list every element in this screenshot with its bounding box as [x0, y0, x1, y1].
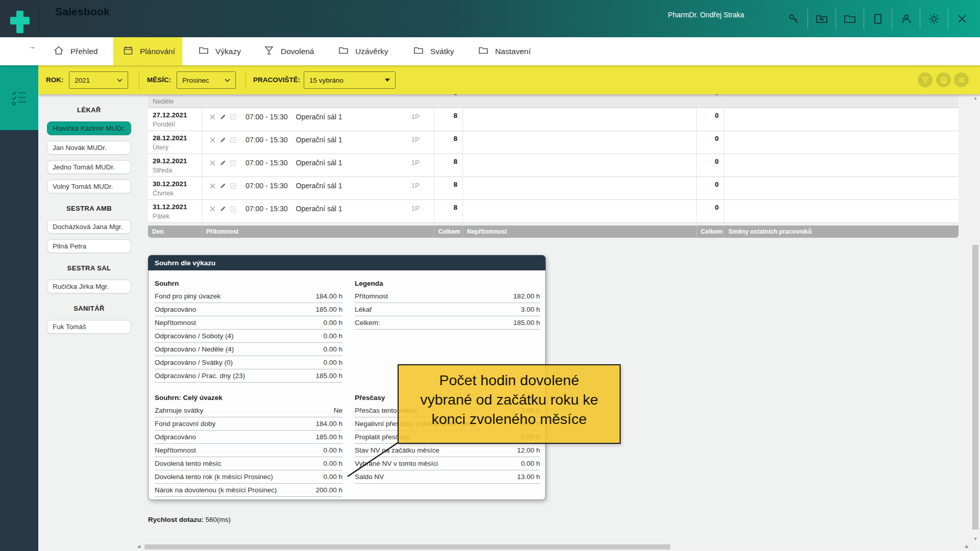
scroll-up-arrow[interactable]: ▲ — [971, 96, 980, 101]
edit-shift-icon[interactable] — [219, 137, 226, 143]
group-title: LÉKAŘ — [47, 106, 131, 115]
key-icon[interactable] — [780, 9, 807, 29]
shift-time: 07:00 - 15:30 — [246, 159, 288, 167]
staff-item-dochazkova[interactable]: Docházková Jana Mgr. — [47, 220, 131, 234]
edit-note-icon[interactable] — [230, 137, 236, 143]
checklist-panel-button[interactable] — [0, 65, 38, 130]
folder-icon[interactable] — [836, 9, 864, 29]
row-absent-total: 0 — [697, 177, 724, 199]
funnel-icon — [921, 76, 929, 84]
filter-divider — [246, 70, 246, 90]
staff-group-sestra-sal: SESTRA SAL Ručička Jirka Mgr. — [47, 264, 131, 293]
row-weekday: Úterý — [153, 143, 197, 152]
staff-item-novak[interactable]: Jan Novák MUDr. — [47, 141, 131, 155]
tab-svatky[interactable]: Svátky — [404, 37, 463, 65]
filter-funnel-button[interactable] — [918, 72, 933, 87]
summary-row: Lékař3.00 h — [355, 303, 540, 316]
section-legenda: Legenda Přítomnost182.00 h Lékař3.00 h C… — [355, 277, 540, 330]
delete-shift-icon[interactable] — [209, 183, 216, 189]
table-column-header-row: Den Přítomnost Celkem Nepřítomnost Celke… — [148, 226, 959, 238]
delete-shift-icon[interactable] — [209, 206, 216, 212]
checklist-icon — [10, 89, 29, 107]
section-souhrn-cely-uvazek: Souhrn: Celý úvazek Zahrnuje svátkyNe Fo… — [155, 391, 342, 497]
gear-icon[interactable] — [920, 9, 948, 29]
tab-uzaverky[interactable]: Uzávěrky — [329, 37, 398, 65]
vertical-scrollbar[interactable]: ▲ ▼ — [971, 94, 980, 543]
staff-item-jedno[interactable]: Jedno Tomáš MUDr. — [47, 160, 131, 174]
shift-time: 07:00 - 15:30 — [246, 205, 288, 213]
vertical-scroll-thumb[interactable] — [972, 245, 978, 530]
query-speed-status: Rychlost dotazu: 560(ms) — [148, 516, 231, 523]
summary-row: Odpracováno / Soboty (4)0.00 h — [155, 330, 342, 343]
edit-note-icon[interactable] — [230, 160, 236, 166]
year-select[interactable]: 2021 — [69, 71, 128, 89]
shift-place: Operační sál 1 — [296, 205, 342, 213]
summary-row: Vybrané NV v tomto měsíci0.00 h — [355, 457, 540, 470]
tab-dovolena[interactable]: Dovolená — [254, 37, 324, 65]
print-button[interactable] — [936, 72, 951, 87]
row-absent-total: 0 — [697, 131, 724, 154]
month-select[interactable]: Prosinec — [177, 71, 236, 89]
workplace-label: PRACOVIŠTĚ: — [253, 76, 300, 84]
tab-vykazy[interactable]: Výkazy — [189, 37, 250, 65]
staff-item-pilna[interactable]: Pilná Petra — [47, 239, 131, 253]
app-logo-cross-icon — [10, 11, 30, 33]
staff-item-fuk[interactable]: Fuk Tomáš — [47, 320, 131, 334]
edit-note-icon[interactable] — [230, 206, 236, 212]
user-icon[interactable] — [892, 9, 920, 29]
delete-shift-icon[interactable] — [209, 114, 216, 120]
edit-shift-icon[interactable] — [219, 206, 226, 212]
shift-code: 1P — [411, 113, 434, 120]
tab-prehled[interactable]: Přehled — [44, 37, 107, 65]
workplace-select[interactable]: 15 vybráno — [304, 71, 396, 89]
delete-shift-icon[interactable] — [209, 137, 216, 143]
row-date: 30.12.2021 — [153, 180, 197, 189]
summary-panel-title: Souhrn dle výkazu — [148, 255, 546, 270]
edit-shift-icon[interactable] — [219, 183, 226, 189]
edit-shift-icon[interactable] — [219, 160, 226, 166]
filter-bar: ROK: 2021 MĚSÍC: Prosinec PRACOVIŠTĚ: 15… — [38, 65, 980, 94]
scroll-right-arrow[interactable]: ▶ — [966, 544, 969, 549]
horizontal-scrollbar[interactable]: ◀ ▶ — [135, 543, 971, 551]
notes-folder-icon[interactable] — [808, 9, 836, 29]
edit-shift-icon[interactable] — [219, 114, 226, 120]
col-header-celkem: Celkem — [434, 226, 463, 238]
tab-nastaveni[interactable]: Nastavení — [469, 37, 540, 65]
edit-note-icon[interactable] — [230, 114, 236, 120]
summary-row: Stav NV na začátku měsíce12.00 h — [355, 444, 540, 457]
summary-row: Nepřítomnost0.00 h — [155, 316, 342, 330]
row-present-total: 8 — [434, 177, 463, 199]
tab-label: Uzávěrky — [355, 47, 388, 56]
year-value: 2021 — [75, 77, 117, 84]
left-rail — [0, 65, 38, 551]
caret-down-icon — [385, 79, 390, 82]
filter-divider — [139, 70, 139, 90]
shift-code: 1P — [411, 205, 434, 212]
shift-place: Operační sál 1 — [296, 113, 342, 121]
summary-row: Fond pro plný úvazek184.00 h — [155, 290, 342, 303]
staff-item-volny[interactable]: Volný Tomáš MUDr. — [47, 180, 131, 193]
tab-planovani[interactable]: Plánování — [113, 37, 182, 65]
summary-row: Fond pracovní doby184.00 h — [155, 417, 342, 431]
app-header: Salesbook PharmDr. Ondřej Straka — [0, 0, 980, 37]
edit-note-icon[interactable] — [230, 183, 236, 189]
window-icon[interactable] — [864, 9, 892, 29]
delete-shift-icon[interactable] — [209, 160, 216, 166]
home-icon — [53, 45, 64, 58]
group-title: SANITÁŘ — [47, 305, 131, 314]
horizontal-scroll-thumb[interactable] — [144, 544, 670, 549]
group-title: SESTRA SAL — [47, 264, 131, 273]
staff-item-hlavicka[interactable]: Hlavička Kazimír MUDr. — [47, 121, 131, 135]
summary-row: Odpracováno / Neděle (4)0.00 h — [155, 343, 342, 356]
month-label: MĚSÍC: — [147, 76, 171, 84]
collapse-arrow-icon[interactable]: → — [28, 42, 36, 51]
chevron-down-icon — [117, 79, 122, 82]
scroll-left-arrow[interactable]: ◀ — [137, 544, 140, 549]
shift-time: 07:00 - 15:30 — [246, 182, 288, 190]
menu-button[interactable] — [954, 72, 969, 87]
scroll-down-arrow[interactable]: ▼ — [971, 537, 980, 541]
close-icon[interactable] — [948, 9, 976, 29]
staff-item-rucicka[interactable]: Ručička Jirka Mgr. — [47, 280, 131, 293]
staff-group-sestra-amb: SESTRA AMB Docházková Jana Mgr. Pilná Pe… — [47, 205, 131, 253]
row-date: 31.12.2021 — [153, 203, 197, 212]
